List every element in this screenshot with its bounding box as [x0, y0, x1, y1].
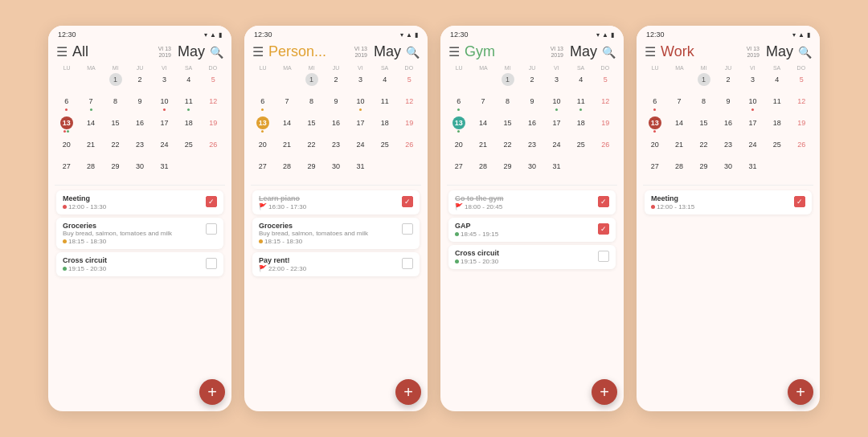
calendar-cell[interactable]: 10: [153, 94, 176, 115]
calendar-cell[interactable]: 11: [373, 94, 396, 115]
calendar-cell[interactable]: 4: [373, 72, 396, 93]
menu-icon[interactable]: ☰: [448, 44, 460, 59]
calendar-cell[interactable]: 21: [667, 137, 690, 158]
calendar-cell[interactable]: 3: [349, 72, 372, 93]
calendar-cell[interactable]: 22: [300, 137, 323, 158]
task-item[interactable]: Meeting12:00 - 13:30: [56, 190, 223, 214]
calendar-cell[interactable]: 20: [55, 137, 78, 158]
calendar-cell[interactable]: 20: [643, 137, 666, 158]
calendar-cell[interactable]: 4: [569, 72, 592, 93]
calendar-cell[interactable]: 12: [790, 94, 813, 115]
calendar-cell[interactable]: 6: [447, 94, 470, 115]
calendar-cell[interactable]: 22: [692, 137, 715, 158]
calendar-cell[interactable]: 28: [471, 159, 494, 180]
calendar-cell[interactable]: 30: [716, 159, 739, 180]
calendar-cell[interactable]: 8: [300, 94, 323, 115]
calendar-cell[interactable]: 25: [569, 137, 592, 158]
calendar-cell[interactable]: 22: [496, 137, 519, 158]
calendar-cell[interactable]: 2: [520, 72, 543, 93]
calendar-cell[interactable]: 9: [128, 94, 151, 115]
calendar-cell[interactable]: 6: [643, 94, 666, 115]
calendar-cell[interactable]: 21: [79, 137, 102, 158]
calendar-cell[interactable]: 8: [692, 94, 715, 115]
calendar-cell[interactable]: 9: [324, 94, 347, 115]
task-checkbox[interactable]: [402, 196, 413, 207]
calendar-cell[interactable]: 22: [104, 137, 127, 158]
calendar-cell[interactable]: 14: [79, 116, 102, 137]
calendar-cell[interactable]: 15: [300, 116, 323, 137]
calendar-cell[interactable]: 31: [741, 159, 764, 180]
calendar-cell[interactable]: 6: [251, 94, 274, 115]
calendar-cell[interactable]: 13: [251, 116, 274, 137]
calendar-cell[interactable]: 1: [300, 72, 323, 93]
calendar-cell[interactable]: 10: [349, 94, 372, 115]
calendar-cell[interactable]: 4: [177, 72, 200, 93]
calendar-cell[interactable]: 3: [153, 72, 176, 93]
calendar-cell[interactable]: 31: [349, 159, 372, 180]
calendar-cell[interactable]: 25: [373, 137, 396, 158]
task-item[interactable]: GroceriesBuy bread, salmon, tomatoes and…: [56, 218, 223, 249]
task-checkbox[interactable]: [598, 196, 609, 207]
calendar-cell[interactable]: 9: [716, 94, 739, 115]
task-item[interactable]: Meeting12:00 - 13:15: [645, 190, 812, 214]
search-icon[interactable]: 🔍: [406, 46, 420, 59]
calendar-cell[interactable]: 18: [177, 116, 200, 137]
calendar-cell[interactable]: 14: [667, 116, 690, 137]
calendar-cell[interactable]: 11: [765, 94, 788, 115]
task-item[interactable]: Learn piano🚩16:30 - 17:30: [252, 190, 420, 214]
add-event-button[interactable]: +: [395, 379, 421, 405]
calendar-cell[interactable]: 13: [447, 116, 470, 137]
task-checkbox[interactable]: [598, 223, 609, 235]
calendar-cell[interactable]: 5: [202, 72, 225, 93]
calendar-cell[interactable]: 15: [496, 116, 519, 137]
calendar-cell[interactable]: 27: [447, 159, 470, 180]
calendar-cell[interactable]: 30: [324, 159, 347, 180]
calendar-cell[interactable]: 1: [692, 72, 715, 93]
calendar-cell[interactable]: 26: [790, 137, 813, 158]
calendar-cell[interactable]: 28: [79, 159, 102, 180]
calendar-cell[interactable]: 23: [716, 137, 739, 158]
calendar-cell[interactable]: 31: [545, 159, 568, 180]
calendar-cell[interactable]: 24: [741, 137, 764, 158]
calendar-cell[interactable]: 27: [55, 159, 78, 180]
calendar-cell[interactable]: 9: [520, 94, 543, 115]
calendar-cell[interactable]: 23: [324, 137, 347, 158]
task-checkbox[interactable]: [206, 258, 217, 269]
task-checkbox[interactable]: [794, 196, 805, 207]
calendar-cell[interactable]: 1: [104, 72, 127, 93]
calendar-cell[interactable]: 12: [202, 94, 225, 115]
calendar-cell[interactable]: 16: [324, 116, 347, 137]
calendar-cell[interactable]: 28: [275, 159, 298, 180]
calendar-cell[interactable]: 15: [104, 116, 127, 137]
calendar-cell[interactable]: 10: [545, 94, 568, 115]
task-item[interactable]: Cross circuit19:15 - 20:30: [56, 252, 223, 276]
calendar-cell[interactable]: 18: [765, 116, 788, 137]
calendar-cell[interactable]: 19: [398, 116, 421, 137]
calendar-cell[interactable]: 18: [569, 116, 592, 137]
calendar-cell[interactable]: 17: [741, 116, 764, 137]
calendar-cell[interactable]: 10: [741, 94, 764, 115]
calendar-cell[interactable]: 30: [520, 159, 543, 180]
calendar-cell[interactable]: 31: [153, 159, 176, 180]
calendar-cell[interactable]: 26: [398, 137, 421, 158]
calendar-cell[interactable]: 27: [643, 159, 666, 180]
menu-icon[interactable]: ☰: [56, 44, 68, 59]
task-checkbox[interactable]: [402, 258, 413, 269]
calendar-cell[interactable]: 5: [398, 72, 421, 93]
menu-icon[interactable]: ☰: [645, 44, 656, 59]
task-checkbox[interactable]: [598, 251, 609, 262]
calendar-cell[interactable]: 11: [569, 94, 592, 115]
calendar-cell[interactable]: 7: [79, 94, 102, 115]
calendar-cell[interactable]: 23: [520, 137, 543, 158]
calendar-cell[interactable]: 23: [128, 137, 151, 158]
calendar-cell[interactable]: 26: [594, 137, 617, 158]
calendar-cell[interactable]: 21: [275, 137, 298, 158]
calendar-cell[interactable]: 11: [177, 94, 200, 115]
task-item[interactable]: GAP18:45 - 19:15: [448, 218, 616, 242]
calendar-cell[interactable]: 5: [594, 72, 617, 93]
calendar-cell[interactable]: 2: [324, 72, 347, 93]
calendar-cell[interactable]: 12: [594, 94, 617, 115]
calendar-cell[interactable]: 2: [128, 72, 151, 93]
calendar-cell[interactable]: 20: [447, 137, 470, 158]
calendar-cell[interactable]: 18: [373, 116, 396, 137]
